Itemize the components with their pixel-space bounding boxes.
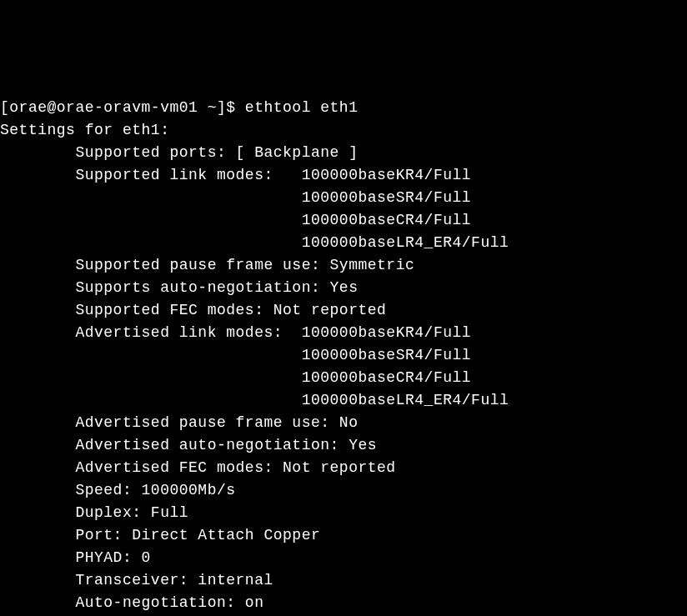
autoneg-status: Auto-negotiation: on bbox=[0, 592, 687, 614]
supported-fec-modes: Supported FEC modes: Not reported bbox=[0, 299, 687, 322]
advertised-pause-frame: Advertised pause frame use: No bbox=[0, 412, 687, 434]
supported-ports: Supported ports: [ Backplane ] bbox=[0, 142, 687, 164]
supported-pause-frame: Supported pause frame use: Symmetric bbox=[0, 254, 687, 277]
supported-link-mode-1: Supported link modes: 100000baseKR4/Full bbox=[0, 164, 687, 187]
supports-autoneg: Supports auto-negotiation: Yes bbox=[0, 277, 687, 299]
advertised-autoneg: Advertised auto-negotiation: Yes bbox=[0, 434, 687, 457]
supported-link-mode-3: 100000baseCR4/Full bbox=[0, 209, 687, 232]
advertised-link-mode-2: 100000baseSR4/Full bbox=[0, 344, 687, 367]
phyad: PHYAD: 0 bbox=[0, 547, 687, 569]
settings-header: Settings for eth1: bbox=[0, 119, 687, 142]
speed: Speed: 100000Mb/s bbox=[0, 479, 687, 502]
advertised-fec-modes: Advertised FEC modes: Not reported bbox=[0, 457, 687, 479]
port-type: Port: Direct Attach Copper bbox=[0, 524, 687, 547]
terminal-prompt-line: [orae@orae-oravm-vm01 ~]$ ethtool eth1 bbox=[0, 97, 687, 119]
advertised-link-mode-4: 100000baseLR4_ER4/Full bbox=[0, 389, 687, 412]
advertised-link-mode-3: 100000baseCR4/Full bbox=[0, 367, 687, 389]
transceiver: Transceiver: internal bbox=[0, 569, 687, 592]
advertised-link-mode-1: Advertised link modes: 100000baseKR4/Ful… bbox=[0, 322, 687, 344]
supported-link-mode-2: 100000baseSR4/Full bbox=[0, 187, 687, 209]
duplex: Duplex: Full bbox=[0, 502, 687, 524]
supported-link-mode-4: 100000baseLR4_ER4/Full bbox=[0, 232, 687, 254]
